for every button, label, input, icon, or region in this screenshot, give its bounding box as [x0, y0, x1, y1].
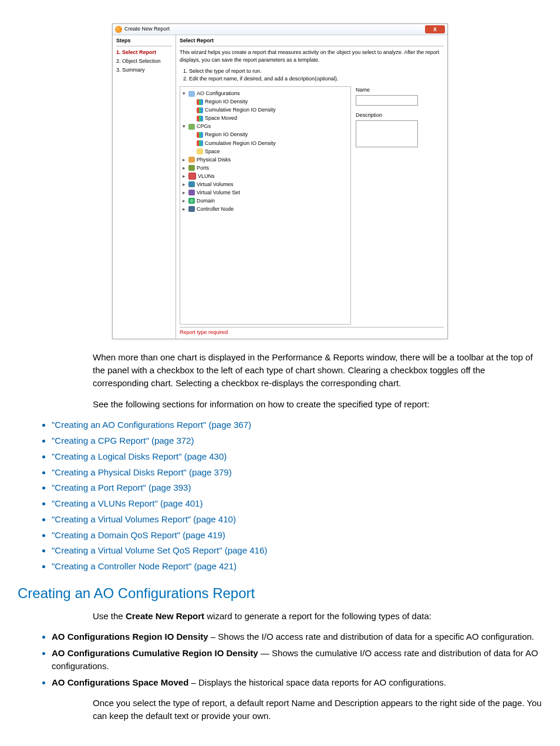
link-item[interactable]: "Creating a Controller Node Report" (pag…	[52, 560, 542, 573]
tree-node-label: VLUNs	[198, 173, 215, 180]
tree-node[interactable]: ▸Ports	[183, 164, 348, 172]
instructions: Select the type of report to run.Edit th…	[189, 67, 444, 83]
tree-toggle-icon[interactable]: ▸	[183, 205, 187, 213]
name-label: Name	[356, 86, 444, 94]
list-item: AO Configurations Space Moved – Displays…	[52, 676, 542, 689]
tree-node[interactable]: ▾AO Configurations	[183, 90, 348, 97]
wizard-step[interactable]: 2. Object Selection	[116, 58, 172, 65]
dom-icon	[188, 198, 195, 204]
wizard-step[interactable]: 3. Summary	[116, 66, 172, 74]
tree-node-label: Region IO Density	[205, 98, 248, 106]
vv-icon	[188, 181, 195, 187]
tree-node-label: Space	[205, 148, 220, 156]
tree-node[interactable]: Space Moved	[191, 114, 348, 122]
link-item[interactable]: "Creating an AO Configurations Report" (…	[52, 418, 542, 431]
tree-node-label: Cumulative Region IO Density	[205, 106, 276, 114]
tree-node-label: Virtual Volumes	[197, 181, 233, 188]
space-icon	[197, 148, 203, 154]
link-item[interactable]: "Creating a CPG Report" (page 372)	[52, 434, 542, 447]
tree-node[interactable]: ▸Controller Node	[183, 205, 348, 213]
tree-toggle-icon[interactable]: ▸	[183, 189, 187, 197]
list-item: AO Configurations Region IO Density – Sh…	[52, 630, 542, 643]
tree-toggle-icon[interactable]: ▾	[183, 123, 187, 130]
tree-node[interactable]: ▾CPGs	[183, 123, 348, 130]
tree-toggle-icon[interactable]: ▸	[183, 197, 187, 205]
tree-node-label: Cumulative Region IO Density	[205, 140, 276, 147]
wizard-step[interactable]: 1. Select Report	[116, 49, 172, 56]
tree-node[interactable]: Cumulative Region IO Density	[191, 140, 348, 147]
tree-toggle-icon[interactable]: ▸	[183, 173, 187, 180]
link-item[interactable]: "Creating a Domain QoS Report" (page 419…	[52, 529, 542, 542]
steps-header: Steps	[116, 37, 172, 46]
tree-toggle-icon[interactable]: ▾	[183, 90, 187, 97]
tree-toggle-icon[interactable]: ▸	[183, 156, 187, 164]
description-label: Description	[356, 112, 444, 119]
intro-text: This wizard helps you create a report th…	[180, 49, 444, 64]
link-item[interactable]: "Creating a Logical Disks Report" (page …	[52, 450, 542, 463]
ports-icon	[188, 165, 195, 171]
chart-icon	[197, 140, 203, 146]
definition-list: AO Configurations Region IO Density – Sh…	[18, 630, 542, 688]
chart-icon	[197, 99, 203, 105]
properties-panel: Name Description	[351, 86, 444, 325]
close-button[interactable]: x	[425, 25, 445, 33]
paragraph: When more than one chart is displayed in…	[93, 351, 542, 389]
main-header: Select Report	[180, 37, 444, 46]
links-list: "Creating an AO Configurations Report" (…	[18, 418, 542, 573]
dialog-titlebar: Create New Report x	[113, 24, 447, 35]
tree-node[interactable]: Region IO Density	[191, 131, 348, 139]
tree-node[interactable]: ▸Physical Disks	[183, 156, 348, 164]
wizard-dialog: Create New Report x Steps 1. Select Repo…	[112, 23, 448, 339]
tree-node-label: Space Moved	[205, 114, 237, 122]
tree-toggle-icon[interactable]: ▸	[183, 164, 187, 172]
vvs-icon	[188, 190, 195, 195]
tree-node-label: Controller Node	[197, 205, 234, 213]
tree-node[interactable]: ▸Domain	[183, 197, 348, 205]
link-item[interactable]: "Creating a Physical Disks Report" (page…	[52, 466, 542, 479]
instruction-item: Select the type of report to run.	[189, 67, 444, 75]
paragraph: Once you select the type of report, a de…	[93, 697, 542, 723]
tree-node[interactable]: ▸VLUNs	[183, 173, 348, 180]
link-item[interactable]: "Creating a VLUNs Report" (page 401)	[52, 497, 542, 510]
instruction-item: Edit the report name, if desired, and ad…	[189, 75, 444, 83]
chart-icon	[197, 132, 203, 138]
tree-node-label: Ports	[197, 164, 209, 172]
list-item: AO Configurations Cumulative Region IO D…	[52, 647, 542, 673]
description-input[interactable]	[356, 120, 418, 147]
tree-node-label: Virtual Volume Set	[197, 189, 240, 197]
cpg-icon	[188, 124, 195, 130]
report-type-tree[interactable]: ▾AO ConfigurationsRegion IO DensityCumul…	[180, 86, 351, 325]
cn-icon	[188, 206, 195, 212]
tree-node-label: Region IO Density	[205, 131, 248, 139]
tree-node-label: CPGs	[197, 123, 211, 130]
folder-icon	[188, 91, 195, 97]
link-item[interactable]: "Creating a Virtual Volumes Report" (pag…	[52, 513, 542, 526]
chart-icon	[197, 116, 203, 121]
main-panel: Select Report This wizard helps you crea…	[176, 35, 447, 339]
paragraph: Use the Create New Report wizard to gene…	[93, 610, 542, 623]
pd-icon	[188, 157, 195, 163]
tree-node[interactable]: ▸Virtual Volume Set	[183, 189, 348, 197]
tree-toggle-icon[interactable]: ▸	[183, 181, 187, 188]
paragraph: See the following sections for informati…	[93, 398, 542, 411]
tree-node-label: Domain	[197, 197, 215, 205]
error-message: Report type required	[180, 327, 444, 336]
section-heading: Creating an AO Configurations Report	[18, 583, 542, 604]
tree-node[interactable]: ▸Virtual Volumes	[183, 181, 348, 188]
tree-node[interactable]: Cumulative Region IO Density	[191, 106, 348, 114]
tree-node[interactable]: Region IO Density	[191, 98, 348, 106]
dialog-title: Create New Report	[124, 25, 425, 33]
tree-node[interactable]: Space	[191, 148, 348, 156]
link-item[interactable]: "Creating a Port Report" (page 393)	[52, 481, 542, 494]
app-icon	[115, 26, 122, 33]
vlun-icon	[188, 173, 196, 180]
chart-icon	[197, 107, 203, 113]
steps-panel: Steps 1. Select Report2. Object Selectio…	[113, 35, 176, 339]
link-item[interactable]: "Creating a Virtual Volume Set QoS Repor…	[52, 544, 542, 557]
tree-node-label: AO Configurations	[197, 90, 240, 97]
name-input[interactable]	[356, 95, 418, 106]
tree-node-label: Physical Disks	[197, 156, 231, 164]
